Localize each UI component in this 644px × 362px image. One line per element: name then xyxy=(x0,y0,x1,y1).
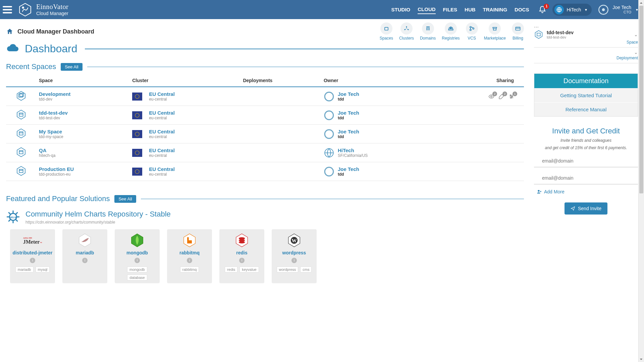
selected-space-slug: tdd-test-dev xyxy=(547,35,574,39)
nav-training[interactable]: TRAINING xyxy=(483,5,507,14)
owner-name[interactable]: Joe Tech xyxy=(338,129,359,134)
quicknav-marketplace[interactable]: Marketplace xyxy=(484,22,506,41)
scroll-down-icon[interactable]: ⏷ xyxy=(639,356,644,362)
drag-handle-icon[interactable]: ⋯ xyxy=(534,24,638,30)
table-row[interactable]: Production EUtdd-production-euEU Central… xyxy=(6,162,524,181)
tag[interactable]: mariadb xyxy=(15,266,34,273)
selected-space-name[interactable]: tdd-test-dev xyxy=(547,30,574,35)
tag[interactable]: rabbitmq xyxy=(180,266,199,273)
svg-point-89 xyxy=(136,150,137,151)
tag[interactable]: redis xyxy=(225,266,237,273)
svg-point-106 xyxy=(136,169,137,170)
quicknav-domains[interactable]: Domains xyxy=(420,22,436,41)
invite-email-2[interactable] xyxy=(534,172,638,184)
deploy-label[interactable]: Deployment xyxy=(534,56,638,60)
docs-link-tutorial[interactable]: Getting Started Tutorial xyxy=(534,88,638,102)
nav-studio[interactable]: STUDIO xyxy=(391,5,411,14)
table-row[interactable]: Developmenttdd-devEU Centraleu-centralJo… xyxy=(6,87,524,106)
quicknav-spaces[interactable]: Spaces xyxy=(380,22,393,41)
repo-title[interactable]: Community Helm Charts Repository - Stabl… xyxy=(25,210,171,219)
share-icon[interactable]: 2 xyxy=(498,94,504,100)
tag[interactable]: database xyxy=(127,275,147,281)
space-label[interactable]: Space xyxy=(534,40,638,45)
expand-space-icon[interactable]: ⌄ xyxy=(634,32,638,37)
owner-name[interactable]: HiTech xyxy=(338,147,368,153)
scroll-up-icon[interactable]: ⏶ xyxy=(639,0,644,6)
invite-email-1[interactable] xyxy=(534,155,638,167)
info-icon[interactable]: i xyxy=(239,258,245,263)
vertical-scrollbar[interactable]: ⏶ ⏷ xyxy=(638,0,644,362)
see-all-solutions-button[interactable]: See All xyxy=(114,195,136,203)
quicknav-vcs[interactable]: VCS xyxy=(466,22,478,41)
svg-point-14 xyxy=(470,26,471,28)
space-name[interactable]: Development xyxy=(39,91,127,97)
quicknav-registries[interactable]: Registries xyxy=(442,22,460,41)
menu-toggle[interactable] xyxy=(3,6,12,13)
owner-name[interactable]: Joe Tech xyxy=(338,91,359,97)
info-icon[interactable]: i xyxy=(291,258,297,263)
table-row[interactable]: tdd-test-devtdd-test-devEU Centraleu-cen… xyxy=(6,106,524,125)
scroll-thumb[interactable] xyxy=(639,6,643,193)
nav-hub[interactable]: HUB xyxy=(465,5,476,14)
user-menu[interactable]: Joe Tech CTO ▾ xyxy=(598,4,638,15)
expand-deploy-icon[interactable]: ⌄ xyxy=(634,50,638,55)
col-space: Space xyxy=(36,74,129,87)
svg-point-62 xyxy=(137,132,138,132)
nav-cloud[interactable]: CLOUD xyxy=(418,5,435,14)
space-name[interactable]: QA xyxy=(39,147,127,153)
quicknav-clusters[interactable]: Clusters xyxy=(399,22,414,41)
brand-logo-icon[interactable] xyxy=(18,3,32,17)
brand-text[interactable]: EinnoVator Cloud Manager xyxy=(36,3,68,16)
org-selector[interactable]: HiTech ▾ xyxy=(552,4,592,16)
solution-card-redis[interactable]: redisirediskeyvalue xyxy=(219,229,264,283)
tag[interactable]: cms xyxy=(300,266,312,273)
notifications-button[interactable]: 1 xyxy=(538,6,546,14)
svg-point-16 xyxy=(473,28,474,29)
brand-sub: Cloud Manager xyxy=(36,11,68,16)
notif-badge: 1 xyxy=(544,4,549,9)
tag[interactable]: mysql xyxy=(36,266,50,273)
tag[interactable]: wordpress xyxy=(277,266,299,273)
nav-docs[interactable]: DOCS xyxy=(515,5,529,14)
see-all-spaces-button[interactable]: See All xyxy=(61,63,82,71)
share-icon[interactable]: 1 xyxy=(508,94,515,100)
info-icon[interactable]: i xyxy=(187,258,192,263)
send-invite-button[interactable]: Send Invite xyxy=(565,202,607,215)
svg-rect-75 xyxy=(19,150,23,154)
owner-name[interactable]: Joe Tech xyxy=(338,110,359,116)
svg-point-1 xyxy=(22,6,24,8)
table-row[interactable]: QAhitech-qaEU Centraleu-centralHiTechSF/… xyxy=(6,143,524,162)
owner-name[interactable]: Joe Tech xyxy=(338,166,359,172)
cluster-name[interactable]: EU Central xyxy=(149,166,175,172)
tag[interactable]: keyvalue xyxy=(239,266,259,273)
solution-card-distributed-jmeter[interactable]: APACHEJMeter™distributed-jmeterimariadbm… xyxy=(10,229,55,283)
svg-point-24 xyxy=(138,94,139,95)
info-icon[interactable]: i xyxy=(135,258,140,263)
docs-link-manual[interactable]: Reference Manual xyxy=(534,102,638,116)
svg-point-51 xyxy=(138,117,139,117)
cluster-name[interactable]: EU Central xyxy=(149,129,175,134)
cluster-name[interactable]: EU Central xyxy=(149,110,175,116)
svg-rect-17 xyxy=(516,27,520,30)
nav-files[interactable]: FILES xyxy=(443,5,458,14)
home-icon[interactable] xyxy=(6,28,13,35)
space-name[interactable]: tdd-test-dev xyxy=(39,110,127,116)
space-name[interactable]: My Space xyxy=(39,129,127,134)
table-row[interactable]: My Spacetdd-my-spaceEU Centraleu-central… xyxy=(6,125,524,143)
tag[interactable]: mongodb xyxy=(127,266,147,273)
quicknav-billing[interactable]: Billing xyxy=(512,22,524,41)
cluster-name[interactable]: EU Central xyxy=(149,147,175,153)
mariadb-logo-icon xyxy=(77,233,93,248)
info-icon[interactable]: i xyxy=(30,258,35,263)
solution-card-rabbitmq[interactable]: rabbitmqirabbitmq xyxy=(167,229,212,283)
cluster-name[interactable]: EU Central xyxy=(149,91,175,97)
add-more-button[interactable]: Add More xyxy=(534,189,638,194)
solution-card-mongodb[interactable]: mongodbimongodbdatabase xyxy=(115,229,160,283)
space-name[interactable]: Production EU xyxy=(39,166,127,172)
info-icon[interactable]: i xyxy=(82,258,88,263)
svg-point-39 xyxy=(510,95,511,96)
share-icon[interactable]: 2 xyxy=(488,94,494,100)
svg-point-48 xyxy=(139,114,139,115)
solution-card-wordpress[interactable]: Wwordpressiwordpresscms xyxy=(272,229,317,283)
solution-card-mariadb[interactable]: mariadbi xyxy=(62,229,107,283)
